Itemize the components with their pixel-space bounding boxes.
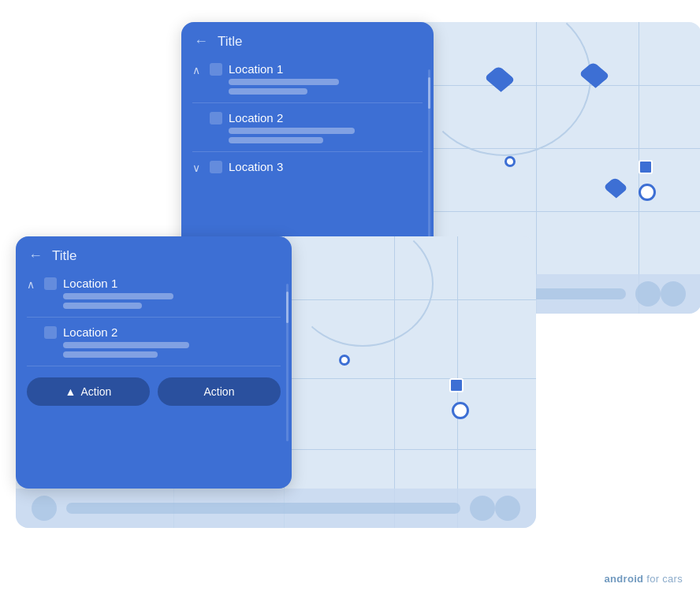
panel-front: ← Title ∧ Location 1 Location 2 bbox=[16, 236, 292, 489]
bar-2-2 bbox=[229, 137, 323, 143]
list-item-header-2: Location 2 bbox=[210, 111, 423, 124]
chevron-up-icon-front: ∧ bbox=[27, 278, 35, 291]
action-bar: ▲ Action Action bbox=[16, 370, 292, 414]
front-bar-2-2 bbox=[63, 351, 158, 358]
panel-back-title: Title bbox=[218, 34, 243, 50]
map-pin-dot-front bbox=[339, 355, 350, 366]
navigate-icon: ▲ bbox=[65, 385, 76, 398]
nav-icon-2 bbox=[635, 281, 661, 307]
map-road-curve-front bbox=[292, 236, 434, 347]
list-item-front-header-2: Location 2 bbox=[44, 325, 281, 339]
divider-2 bbox=[192, 151, 423, 152]
nav-icon-f1 bbox=[32, 496, 57, 521]
location-2-label: Location 2 bbox=[229, 111, 283, 124]
front-location-2-label: Location 2 bbox=[63, 325, 117, 339]
location-1-label: Location 1 bbox=[229, 62, 283, 76]
front-divider-1 bbox=[27, 317, 281, 318]
list-item-back-3[interactable]: ∨ Location 3 bbox=[181, 155, 434, 181]
location-3-label: Location 3 bbox=[229, 160, 283, 173]
checkbox-3[interactable] bbox=[210, 161, 222, 173]
map-pin-dot bbox=[505, 156, 516, 167]
watermark-rest: for cars bbox=[643, 573, 683, 585]
list-item-front-header-1: Location 1 bbox=[44, 277, 281, 290]
nav-icon-f3 bbox=[495, 496, 520, 521]
front-location-1-label: Location 1 bbox=[63, 277, 117, 290]
panel-front-title: Title bbox=[52, 248, 77, 264]
checkbox-front-2[interactable] bbox=[44, 326, 57, 339]
back-button-back[interactable]: ← bbox=[194, 33, 208, 50]
map-pin-bubble-2 bbox=[583, 65, 605, 84]
chevron-down-icon: ∨ bbox=[192, 162, 200, 174]
map-pin-square bbox=[639, 160, 653, 174]
nav-icon-3 bbox=[661, 281, 686, 307]
action-2-label: Action bbox=[204, 385, 235, 398]
list-item-back-1[interactable]: ∧ Location 1 bbox=[181, 58, 434, 99]
bar-1-2 bbox=[229, 88, 307, 95]
list-item-front-1[interactable]: ∧ Location 1 bbox=[16, 272, 292, 314]
list-item-back-2[interactable]: Location 2 bbox=[181, 106, 434, 148]
list-item-header-3: Location 3 bbox=[210, 160, 423, 173]
list-item-front-2[interactable]: Location 2 bbox=[16, 321, 292, 362]
panel-front-header: ← Title bbox=[16, 236, 292, 272]
nav-icon-f2 bbox=[470, 496, 495, 521]
nav-bar-front bbox=[16, 489, 536, 528]
bar-1-1 bbox=[229, 79, 339, 85]
panel-back-header: ← Title bbox=[181, 22, 434, 58]
front-location-1-bars bbox=[44, 293, 281, 309]
action-1-label: Action bbox=[80, 385, 111, 398]
location-1-bars bbox=[210, 79, 423, 95]
list-item-header-1: Location 1 bbox=[210, 62, 423, 76]
panel-front-list: ∧ Location 1 Location 2 bbox=[16, 272, 292, 370]
map-pin-circle-front bbox=[452, 402, 469, 419]
watermark-bold: android bbox=[605, 573, 644, 585]
front-bar-1-2 bbox=[63, 303, 142, 309]
front-bar-2-1 bbox=[63, 342, 189, 348]
map-pin-circle bbox=[639, 184, 656, 201]
nav-pill-f1 bbox=[66, 503, 460, 514]
front-location-2-bars bbox=[44, 342, 281, 358]
map-pin-square-front bbox=[449, 378, 464, 392]
back-button-front[interactable]: ← bbox=[28, 247, 43, 264]
checkbox-2[interactable] bbox=[210, 112, 222, 124]
checkbox-front-1[interactable] bbox=[44, 277, 57, 290]
location-2-bars bbox=[210, 128, 423, 143]
map-pin-bubble-1 bbox=[489, 69, 511, 88]
bar-2-1 bbox=[229, 128, 355, 134]
panel-back-list: ∧ Location 1 Location 2 bbox=[181, 58, 434, 181]
watermark: android for cars bbox=[605, 573, 683, 585]
checkbox-1[interactable] bbox=[210, 63, 222, 76]
divider-1 bbox=[192, 102, 423, 103]
front-bar-1-1 bbox=[63, 293, 173, 299]
front-divider-2 bbox=[27, 366, 281, 366]
chevron-up-icon: ∧ bbox=[192, 64, 200, 76]
action-button-1[interactable]: ▲ Action bbox=[27, 377, 150, 406]
action-button-2[interactable]: Action bbox=[158, 377, 281, 406]
map-pin-bubble-3 bbox=[607, 180, 624, 195]
